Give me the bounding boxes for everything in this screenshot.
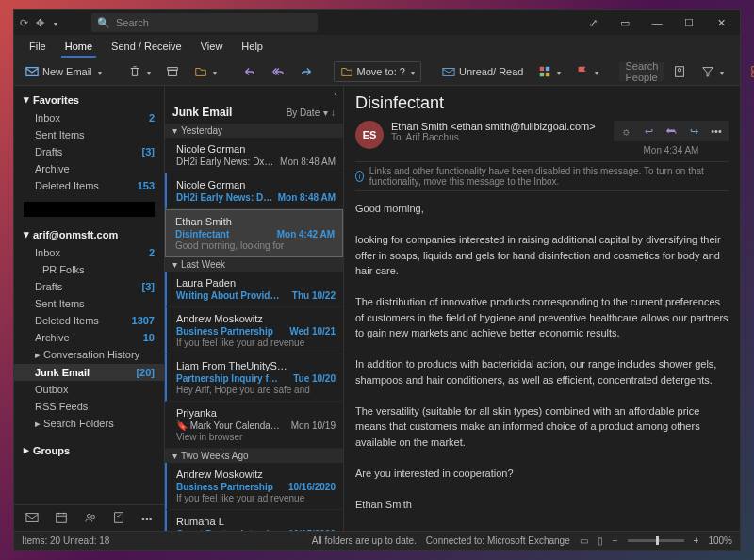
message-from: Priyanka [176,407,336,419]
zoom-slider[interactable] [628,539,684,542]
qa-more[interactable] [52,17,57,29]
message-item[interactable]: Priyanka 🔖 Mark Your Calendars to M…Mon … [165,402,343,449]
move-button[interactable] [188,62,222,81]
flag-button[interactable] [570,62,604,81]
reply-all-button[interactable] [266,62,290,81]
close-button[interactable]: ✕ [708,13,734,32]
message-item[interactable]: Liam From TheUnityS… Partnership Inquiry… [165,354,343,402]
minimize-button[interactable]: — [644,13,670,32]
chevron-down-icon [409,66,415,77]
collapse-icon[interactable]: ‹ [334,88,337,99]
archive-icon [166,65,179,78]
message-subject: Partnership Inquiry for Arif. [176,373,280,384]
nav-item-label: Drafts [35,146,62,157]
folder-move-icon [194,65,207,78]
nav-item-label: Sent Items [35,298,85,309]
nav-item[interactable]: Deleted Items153 [14,177,164,194]
delete-button[interactable] [123,62,156,81]
sync-icon[interactable]: ⟳ [20,17,28,29]
menu-file[interactable]: File [20,35,56,58]
message-item[interactable]: Andrew Moskowitz Business PartnershipWed… [165,307,343,354]
move-to-dropdown[interactable]: Move to: ? [334,61,421,82]
account-label: arif@onmsft.com [33,229,118,240]
coming-soon-icon[interactable]: ▭ [612,13,638,32]
message-from: Andrew Moskowitz [176,469,336,480]
avatar: ES [355,121,384,149]
nav-item[interactable]: Archive10 [14,329,164,346]
reply-icon[interactable]: ↩ [638,123,659,140]
nav-item[interactable]: Sent Items [14,126,164,143]
sort-dropdown[interactable]: By Date ▾ ↓ [287,107,336,118]
nav-more-icon[interactable]: ••• [141,513,153,524]
date-group-header[interactable]: ▾Two Weeks Ago [165,449,343,463]
nav-item[interactable]: Sent Items [14,295,164,312]
message-item[interactable]: Nicole Gorman DH2i Early News: DxOdysse…… [165,173,343,209]
categorize-button[interactable] [533,62,566,81]
message-item[interactable]: Rumana L Guest Post or Interview opp…10/… [165,510,343,531]
forward-button[interactable] [294,62,319,81]
nav-item[interactable]: Drafts[3] [14,143,164,160]
account-header[interactable]: ▾arif@onmsft.com [14,224,164,244]
menu-sendreceive[interactable]: Send / Receive [102,35,191,58]
nav-item[interactable]: Inbox2 [14,109,164,126]
message-date: Mon 8:48 AM [278,192,336,203]
filter-button[interactable] [696,62,729,81]
ribbon-display-icon[interactable]: ⤢ [580,13,606,32]
menu-home[interactable]: Home [56,35,102,58]
mail-icon [25,65,39,78]
svg-rect-19 [115,512,123,522]
unread-read-button[interactable]: Unread/ Read [436,62,530,81]
groups-label: Groups [33,445,70,456]
titlebar: ⟳ ✥ 🔍 Search ⤢ ▭ — ☐ ✕ [14,10,740,35]
message-from: Laura Paden [176,277,336,288]
maximize-button[interactable]: ☐ [676,13,702,32]
nav-item[interactable]: Outbox [14,381,164,398]
nav-item[interactable]: RSS Feeds [14,398,164,415]
message-item[interactable]: Laura Paden Writing About Providing To…T… [165,272,343,307]
reply-button[interactable] [238,62,262,81]
groups-header[interactable]: ▸Groups [14,440,164,460]
address-book-button[interactable] [667,62,692,81]
message-item[interactable]: Ethan Smith DisinfectantMon 4:42 AM Good… [165,209,343,257]
mail-view-icon[interactable] [25,511,39,526]
chevron-down-icon [211,66,217,77]
nav-item[interactable]: ▸ Conversation History [14,346,164,364]
date-group-header[interactable]: ▾Last Week [165,257,343,272]
message-subject: Disinfectant [175,229,229,239]
zoom-out-icon[interactable]: − [613,535,618,546]
calendar-view-icon[interactable] [55,511,68,526]
archive-button[interactable] [160,62,185,81]
group-label: Yesterday [181,125,222,136]
nav-item[interactable]: Drafts[3] [14,278,164,295]
nav-item[interactable]: Deleted Items1307 [14,312,164,329]
nav-item[interactable]: Inbox2 [14,244,164,261]
nav-item[interactable]: Junk Email[20] [14,364,164,381]
addin-button[interactable] [745,62,754,81]
new-email-button[interactable]: New Email [20,62,107,81]
date-group-header[interactable]: ▾Yesterday [165,124,343,138]
menu-help[interactable]: Help [232,35,272,58]
more-actions-icon[interactable]: ••• [706,123,727,140]
view-reading-icon[interactable]: ▯ [598,535,603,546]
reading-pane: Disinfectant ES Ethan Smith <ethan.smith… [344,86,740,531]
view-normal-icon[interactable]: ▭ [580,535,588,546]
chevron-down-icon [593,66,598,77]
message-subject: Disinfectant [355,93,729,113]
forward-icon[interactable]: ↪ [683,123,704,140]
nav-item-label: ▸ Search Folders [35,418,114,430]
zoom-in-icon[interactable]: + [694,535,699,546]
people-view-icon[interactable] [84,511,97,526]
search-people-input[interactable]: Search People [619,62,664,81]
nav-item[interactable]: PR Folks [14,261,164,278]
search-box[interactable]: 🔍 Search [91,13,318,32]
favorites-header[interactable]: ▾Favorites [14,90,164,109]
reply-all-icon[interactable]: ⮪ [661,123,681,140]
menu-view[interactable]: View [191,35,233,58]
message-item[interactable]: Andrew Moskowitz Business Partnership10/… [165,463,343,510]
like-icon[interactable]: ☼ [615,123,636,140]
nav-item[interactable]: Archive [14,160,164,177]
message-item[interactable]: Nicole Gorman DH2i Early News: DxOdyssey… [165,138,343,173]
todo-view-icon[interactable] [112,511,125,526]
nav-item[interactable]: ▸ Search Folders [14,415,164,433]
sendall-icon[interactable]: ✥ [36,17,44,29]
